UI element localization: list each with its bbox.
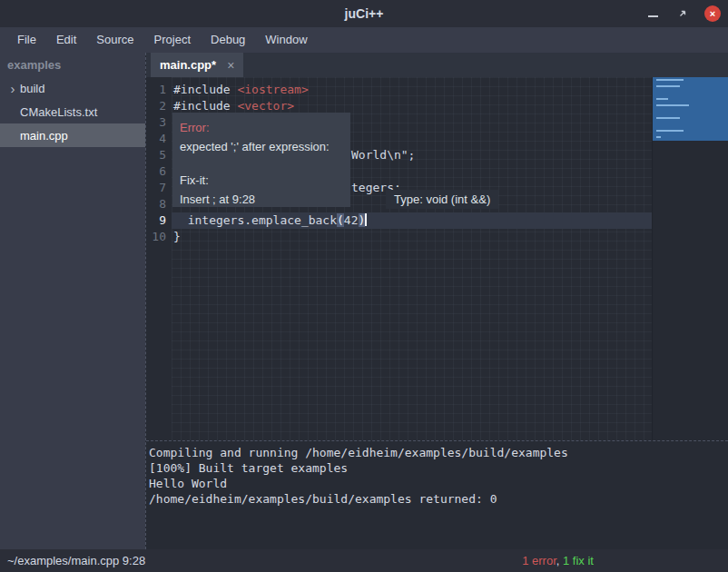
text-cursor <box>365 213 367 226</box>
map-line <box>656 85 680 87</box>
code-fragment: World\n"; <box>351 147 415 163</box>
tab-close-icon[interactable]: × <box>227 58 234 73</box>
line-number: 3 <box>146 114 172 131</box>
terminal[interactable]: Compiling and running /home/eidheim/exam… <box>146 440 728 549</box>
tooltip-fixit-text: Insert ; at 9:28 <box>180 192 343 207</box>
terminal-line: /home/eidheim/examples/build/examples re… <box>149 491 728 507</box>
tree-item-label: main.cpp <box>20 129 68 143</box>
code-line-1[interactable]: #include <iostream> <box>172 82 653 98</box>
menu-item-window[interactable]: Window <box>255 27 317 53</box>
code-segment: <vector> <box>237 99 294 113</box>
line-number: 6 <box>146 163 172 180</box>
tree-item-cmakelists.txt[interactable]: CMakeLists.txt <box>0 100 145 123</box>
tooltip-error-message: expected ';' after expression: <box>180 139 343 154</box>
code-line-10[interactable]: } <box>172 229 653 245</box>
line-number: 10 <box>146 229 172 245</box>
line-number: 1 <box>146 82 172 98</box>
menubar: FileEditSourceProjectDebugWindow <box>0 27 728 53</box>
chevron-right-icon[interactable]: › <box>5 82 20 95</box>
source-map[interactable] <box>652 77 728 440</box>
map-line <box>656 79 684 81</box>
restore-button[interactable] <box>674 5 691 22</box>
tooltip-error-title: Error: <box>180 120 343 135</box>
line-number: 9 <box>146 212 172 229</box>
terminal-line: Compiling and running /home/eidheim/exam… <box>149 445 728 460</box>
status-diagnostics: 1 error, 1 fix it <box>522 549 594 572</box>
line-number: 2 <box>146 98 172 114</box>
code-segment: ) <box>359 213 366 227</box>
editor-pane: main.cpp* × 12345678910 #include <iostre… <box>145 53 728 549</box>
sourcemap-slider[interactable] <box>653 77 728 141</box>
tabbar: main.cpp* × <box>146 53 728 77</box>
tree-item-label: build <box>20 82 44 95</box>
code-segment: #include <box>173 83 237 96</box>
map-line <box>656 98 668 100</box>
menu-item-edit[interactable]: Edit <box>46 27 86 53</box>
line-number: 4 <box>146 131 172 147</box>
sidebar-header: examples <box>0 53 145 76</box>
editor[interactable]: 12345678910 #include <iostream>#include … <box>146 77 728 440</box>
map-line <box>656 117 680 119</box>
statusbar: ~/examples/main.cpp 9:28 1 error, 1 fix … <box>0 549 728 572</box>
menu-item-source[interactable]: Source <box>86 27 143 53</box>
map-line <box>656 104 689 106</box>
status-error-count: 1 error <box>522 554 556 567</box>
status-fixit-count: 1 fix it <box>563 554 594 567</box>
window-title: juCi++ <box>0 0 728 27</box>
terminal-line: [100%] Built target examples <box>149 460 728 476</box>
gutter: 12345678910 <box>146 77 172 440</box>
code-segment: } <box>173 230 181 243</box>
status-separator: , <box>556 554 563 567</box>
tree-item-build[interactable]: ›build <box>0 76 145 100</box>
titlebar: juCi++ × <box>0 0 728 27</box>
minimize-icon <box>648 15 658 17</box>
code-segment: integers.emplace_back <box>173 213 337 227</box>
tree-item-label: CMakeLists.txt <box>20 105 97 119</box>
menu-item-debug[interactable]: Debug <box>201 27 255 53</box>
tree-item-main.cpp[interactable]: main.cpp <box>0 123 145 147</box>
terminal-line: Hello World <box>149 476 728 491</box>
code-line-9[interactable]: integers.emplace_back(42) <box>172 212 653 229</box>
map-line <box>656 136 661 138</box>
tab-label: main.cpp* <box>160 58 216 72</box>
code-segment: #include <box>173 99 237 113</box>
menu-item-file[interactable]: File <box>7 27 46 53</box>
sidebar: examples ›buildCMakeLists.txtmain.cpp <box>0 53 145 549</box>
minimize-button[interactable] <box>644 5 661 22</box>
code-segment: 42 <box>344 213 359 227</box>
diagnostic-tooltip: Error: expected ';' after expression: Fi… <box>172 113 350 207</box>
file-tree: ›buildCMakeLists.txtmain.cpp <box>0 76 145 147</box>
tooltip-fixit-title: Fix-it: <box>180 173 343 188</box>
tab-main-cpp[interactable]: main.cpp* × <box>151 53 243 77</box>
line-number: 7 <box>146 180 172 196</box>
line-number: 5 <box>146 147 172 163</box>
code-segment: ( <box>337 213 344 227</box>
restore-icon <box>677 8 688 19</box>
type-tooltip: Type: void (int &&) <box>386 190 498 209</box>
status-location: ~/examples/main.cpp 9:28 <box>7 549 145 572</box>
code-segment: <iostream> <box>237 83 308 96</box>
line-number: 8 <box>146 196 172 212</box>
window-controls: × <box>644 0 721 27</box>
app-window: juCi++ × FileEditSourceProjectDebugWindo… <box>0 0 728 572</box>
close-button[interactable]: × <box>704 5 721 22</box>
map-line <box>656 130 684 132</box>
menu-item-project[interactable]: Project <box>144 27 201 53</box>
